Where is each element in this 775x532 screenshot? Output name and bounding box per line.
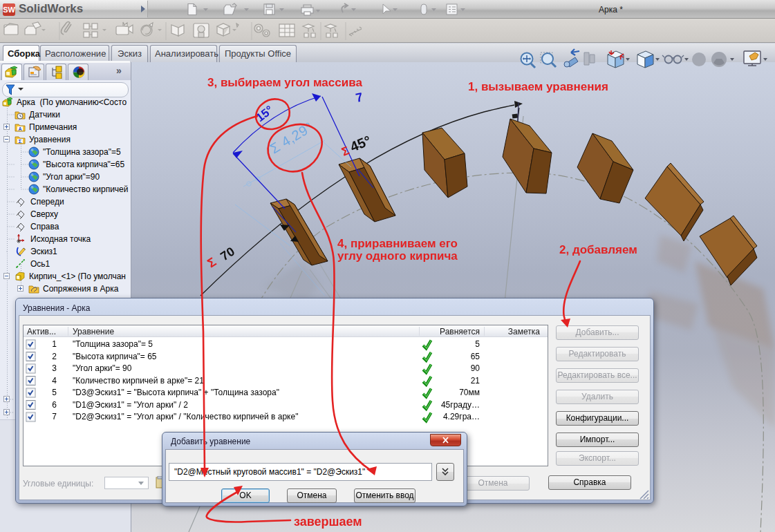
svg-text:"Количество кирпичей в арке"=: "Количество кирпичей в арке"= 21 xyxy=(73,376,204,386)
svg-text:Σ: Σ xyxy=(339,144,351,158)
svg-text:7: 7 xyxy=(52,412,57,421)
svg-text:Σ: Σ xyxy=(205,255,218,271)
svg-text:"Толщина зазора"= 5: "Толщина зазора"= 5 xyxy=(73,339,153,349)
svg-text:5: 5 xyxy=(475,339,480,349)
svg-text:"D1@Эскиз1" = "Угол арки" / 2: "D1@Эскиз1" = "Угол арки" / 2 xyxy=(73,400,188,410)
svg-text:3: 3 xyxy=(52,363,57,373)
svg-text:15°: 15° xyxy=(254,103,276,124)
svg-text:4: 4 xyxy=(52,376,57,386)
svg-text:"D3@Эскиз1" = "Высота кирпича": "D3@Эскиз1" = "Высота кирпича" + "Толщин… xyxy=(73,388,279,397)
svg-text:SW: SW xyxy=(3,6,15,14)
svg-text:90: 90 xyxy=(471,363,480,373)
svg-text:Равняется: Равняется xyxy=(440,327,480,336)
svg-text:Заметка: Заметка xyxy=(508,327,540,336)
svg-text:2: 2 xyxy=(52,352,57,361)
svg-text:Актив...: Актив... xyxy=(27,327,56,336)
svg-text:70: 70 xyxy=(218,245,237,264)
svg-text:1: 1 xyxy=(52,339,57,349)
svg-text:Σ 4,29°: Σ 4,29° xyxy=(268,119,316,156)
svg-text:65: 65 xyxy=(471,352,480,361)
svg-text:"Угол арки"= 90: "Угол арки"= 90 xyxy=(73,363,132,373)
svg-text:Уравнение: Уравнение xyxy=(73,327,114,336)
svg-text:A: A xyxy=(18,126,21,131)
svg-text:6: 6 xyxy=(52,400,57,410)
svg-text:21: 21 xyxy=(471,376,480,386)
svg-text:Σ: Σ xyxy=(19,138,22,144)
svg-text:7: 7 xyxy=(355,90,364,105)
svg-text:70мм: 70мм xyxy=(459,388,480,397)
svg-text:4.29гра…: 4.29гра… xyxy=(443,412,480,421)
svg-text:"D2@Эскиз1" = "Угол арки" / "К: "D2@Эскиз1" = "Угол арки" / "Количество … xyxy=(73,412,298,421)
svg-text:45°: 45° xyxy=(348,133,373,155)
svg-text:"Высота кирпича"= 65: "Высота кирпича"= 65 xyxy=(73,352,157,361)
svg-text:45граду…: 45граду… xyxy=(441,400,480,410)
svg-text:5: 5 xyxy=(52,388,57,397)
